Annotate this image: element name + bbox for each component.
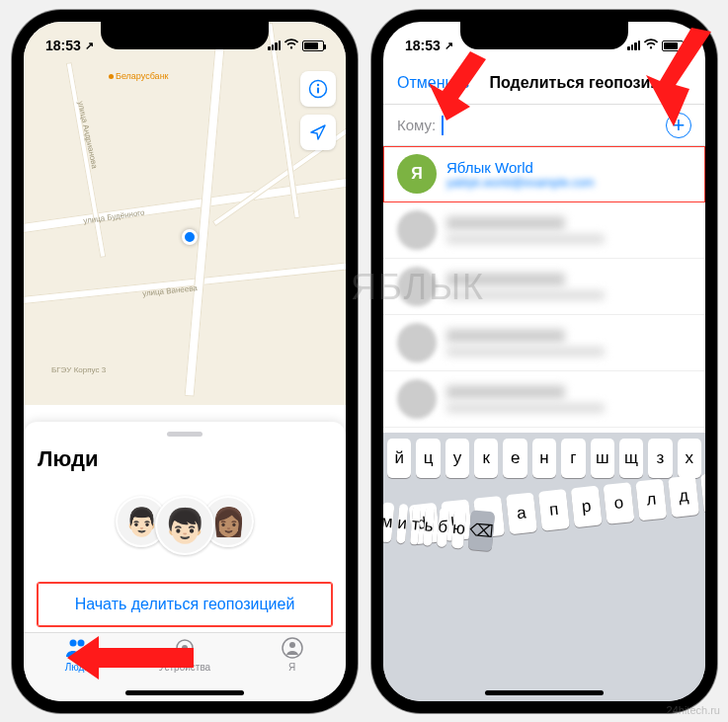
key-о[interactable]: о bbox=[603, 482, 634, 524]
signal-icon bbox=[268, 40, 281, 50]
annotation-arrow bbox=[626, 28, 715, 126]
key-г[interactable]: г bbox=[561, 439, 585, 478]
annotation-arrow bbox=[67, 628, 196, 687]
notch bbox=[101, 22, 269, 49]
key-а[interactable]: а bbox=[506, 492, 537, 534]
contact-row-blur[interactable] bbox=[383, 315, 705, 371]
svg-point-1 bbox=[317, 84, 319, 86]
share-location-button[interactable]: Начать делиться геопозицией bbox=[38, 583, 332, 626]
tab-me-label: Я bbox=[288, 662, 295, 673]
svg-rect-2 bbox=[317, 88, 319, 94]
key-ю[interactable]: ю bbox=[450, 509, 466, 549]
contact-row-yablyk[interactable]: Я Яблык World yablyk.world@example.com bbox=[383, 146, 705, 202]
home-indicator[interactable] bbox=[485, 690, 604, 695]
keyboard[interactable]: йцукенгшщзх фывапролджэ ⇧ячсмитьбю⌫ 123 … bbox=[383, 433, 705, 701]
contact-detail: yablyk.world@example.com bbox=[446, 176, 595, 190]
annotation-arrow bbox=[411, 51, 490, 120]
screen-left: 18:53 ↗ Беларусбанк улица Будённого улиц… bbox=[24, 22, 346, 701]
avatar: Я bbox=[397, 154, 437, 194]
key-ж[interactable]: ж bbox=[700, 472, 705, 515]
site-watermark: 24hitech.ru bbox=[667, 704, 720, 716]
key-л[interactable]: л bbox=[635, 479, 667, 521]
grab-handle[interactable] bbox=[167, 432, 202, 437]
memoji-group: 👨🏻 👦🏻 👩🏽 bbox=[38, 496, 332, 555]
key-р[interactable]: р bbox=[571, 486, 603, 528]
map-area[interactable]: Беларусбанк улица Будённого улица Ванеев… bbox=[24, 22, 346, 405]
wifi-icon bbox=[283, 38, 299, 53]
key-з[interactable]: з bbox=[648, 439, 672, 478]
status-loc-arrow: ↗ bbox=[85, 40, 94, 52]
key-к[interactable]: к bbox=[474, 439, 498, 478]
key-щ[interactable]: щ bbox=[619, 439, 643, 478]
key-м[interactable]: м bbox=[383, 502, 394, 542]
contact-row-blur[interactable] bbox=[383, 259, 705, 315]
svg-point-8 bbox=[289, 642, 295, 648]
status-loc-arrow: ↗ bbox=[445, 40, 453, 52]
key-б[interactable]: б bbox=[437, 507, 449, 547]
key-backspace[interactable]: ⌫ bbox=[468, 510, 495, 551]
key-н[interactable]: н bbox=[532, 439, 556, 478]
current-location-dot bbox=[182, 229, 198, 245]
phone-left: 18:53 ↗ Беларусбанк улица Будённого улиц… bbox=[12, 10, 358, 713]
key-ц[interactable]: ц bbox=[416, 439, 440, 478]
svg-marker-14 bbox=[429, 51, 486, 120]
kb-row-3: ⇧ячсмитьбю⌫ bbox=[383, 504, 414, 701]
people-sheet[interactable]: Люди 👨🏻 👦🏻 👩🏽 Начать делиться геопозицие… bbox=[24, 422, 346, 646]
status-icons bbox=[268, 38, 324, 53]
info-button[interactable] bbox=[300, 71, 336, 107]
key-е[interactable]: е bbox=[503, 439, 526, 478]
key-й[interactable]: й bbox=[387, 439, 411, 478]
contacts-list[interactable]: Я Яблык World yablyk.world@example.com bbox=[383, 146, 705, 433]
map-poi-bgeu: БГЭУ Корпус 3 bbox=[51, 365, 106, 374]
contact-row-blur[interactable] bbox=[383, 371, 705, 428]
key-х[interactable]: х bbox=[678, 439, 701, 478]
svg-marker-13 bbox=[67, 636, 194, 680]
key-п[interactable]: п bbox=[538, 489, 570, 531]
notch bbox=[460, 22, 628, 49]
status-time: 18:53 bbox=[45, 38, 81, 53]
contact-name: Яблык World bbox=[446, 159, 595, 176]
kb-row-1: йцукенгшщзх bbox=[387, 439, 701, 478]
key-ш[interactable]: ш bbox=[591, 439, 614, 478]
tab-me[interactable]: Я bbox=[238, 637, 346, 701]
map-poi-bank: Беларусбанк bbox=[109, 71, 169, 81]
contact-row-blur[interactable] bbox=[383, 202, 705, 259]
home-indicator[interactable] bbox=[125, 690, 244, 695]
sheet-title: Люди bbox=[38, 446, 332, 472]
memoji-2: 👦🏻 bbox=[155, 496, 214, 555]
key-у[interactable]: у bbox=[445, 439, 469, 478]
battery-icon bbox=[302, 40, 324, 51]
me-icon bbox=[282, 637, 303, 661]
svg-marker-15 bbox=[646, 28, 711, 126]
locate-button[interactable] bbox=[300, 115, 336, 150]
key-д[interactable]: д bbox=[668, 475, 699, 518]
